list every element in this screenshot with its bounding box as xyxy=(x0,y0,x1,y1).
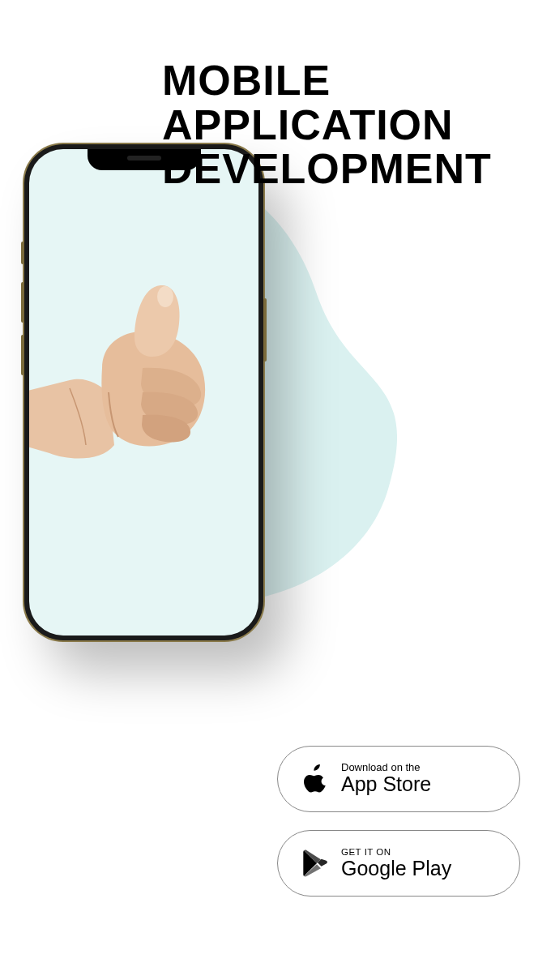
phone-mockup xyxy=(24,144,263,640)
app-store-texts: Download on the App Store xyxy=(341,762,431,796)
phone-mute-switch xyxy=(21,242,24,264)
google-play-big-label: Google Play xyxy=(341,858,451,880)
phone-power-button xyxy=(263,298,267,362)
apple-icon xyxy=(301,763,330,795)
google-play-texts: GET IT ON Google Play xyxy=(341,847,451,879)
thumbs-up-icon xyxy=(29,271,232,473)
page-title: MOBILE APPLICATION DEVELOPMENT xyxy=(162,58,492,191)
title-line-2: APPLICATION xyxy=(162,103,492,148)
svg-point-0 xyxy=(157,286,173,307)
app-store-big-label: App Store xyxy=(341,773,431,796)
app-store-button[interactable]: Download on the App Store xyxy=(277,746,520,812)
google-play-small-label: GET IT ON xyxy=(341,847,451,858)
store-badges: Download on the App Store GET IT ON Goog… xyxy=(277,746,520,897)
app-store-small-label: Download on the xyxy=(341,762,431,773)
phone-volume-down xyxy=(21,335,24,375)
google-play-button[interactable]: GET IT ON Google Play xyxy=(277,830,520,897)
google-play-icon xyxy=(301,847,330,879)
title-line-3: DEVELOPMENT xyxy=(162,147,492,191)
phone-volume-up xyxy=(21,282,24,323)
title-line-1: MOBILE xyxy=(162,58,492,103)
phone-screen xyxy=(29,149,258,636)
